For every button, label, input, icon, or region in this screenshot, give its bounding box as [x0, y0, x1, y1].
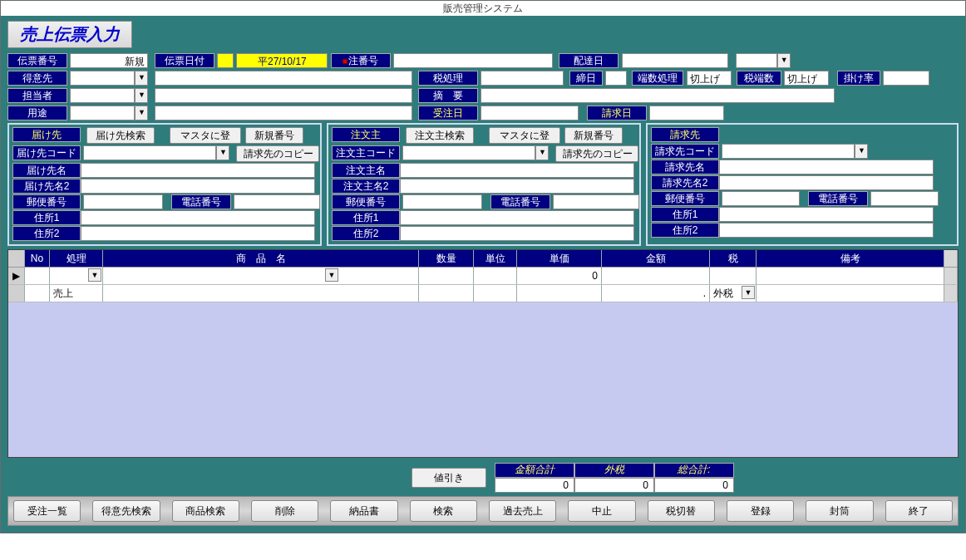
- shipto-code-dd[interactable]: ▼: [216, 145, 229, 160]
- grid-scrollbar[interactable]: [944, 268, 958, 284]
- orderer-code-dd[interactable]: ▼: [535, 145, 549, 160]
- tax-toggle-button[interactable]: 税切替: [648, 500, 715, 522]
- customer-dd[interactable]: ▼: [135, 71, 148, 86]
- shipto-phone-input[interactable]: [234, 194, 320, 209]
- col-header-unit: 単位: [474, 250, 517, 267]
- orderer-addr1-input[interactable]: [400, 210, 634, 225]
- delivery-note-button[interactable]: 納品書: [330, 500, 397, 522]
- cell-note-b[interactable]: [757, 285, 944, 302]
- shipto-copy-button[interactable]: 請求先のコピー: [236, 145, 319, 162]
- billto-addr1-label: 住所1: [651, 207, 719, 222]
- cell-price-b[interactable]: [517, 285, 602, 302]
- past-sales-button[interactable]: 過去売上: [489, 500, 556, 522]
- cell-tax-b[interactable]: 外税▼: [710, 285, 757, 302]
- slip-date-label: 伝票日付: [155, 53, 214, 68]
- orderer-name2-input[interactable]: [400, 179, 634, 194]
- customer-name[interactable]: [155, 71, 412, 86]
- cell-no[interactable]: [25, 268, 50, 284]
- grid-row[interactable]: 売上 . 外税▼: [8, 285, 958, 302]
- grid-scrollbar[interactable]: [944, 285, 958, 302]
- shipto-register-button[interactable]: マスタに登録: [170, 127, 241, 144]
- orderer-code-input[interactable]: [402, 145, 535, 160]
- discount-button[interactable]: 値引き: [412, 468, 486, 488]
- date-picker-icon[interactable]: [217, 53, 234, 68]
- billto-addr2-input[interactable]: [719, 223, 934, 238]
- customer-code[interactable]: [70, 71, 135, 86]
- billto-code-input[interactable]: [722, 144, 855, 159]
- staff-dd[interactable]: ▼: [135, 88, 148, 103]
- billto-name-input[interactable]: [719, 160, 934, 174]
- cell-qty[interactable]: [419, 268, 474, 284]
- cell-name-b[interactable]: [103, 285, 419, 302]
- summary-value[interactable]: [481, 88, 835, 103]
- order-list-button[interactable]: 受注一覧: [13, 500, 81, 522]
- cell-proc-code[interactable]: 0▼: [50, 268, 103, 284]
- shipto-name-input[interactable]: [81, 163, 315, 178]
- envelope-button[interactable]: 封筒: [806, 500, 873, 522]
- order-no-value[interactable]: [393, 53, 553, 68]
- billto-addr1-input[interactable]: [719, 207, 934, 222]
- name-dd-icon[interactable]: ▼: [325, 268, 338, 282]
- cell-unit-b[interactable]: [474, 285, 517, 302]
- shipto-addr2-input[interactable]: [81, 226, 315, 241]
- cell-amount-b[interactable]: .: [602, 285, 710, 302]
- cell-name[interactable]: ▼: [103, 268, 419, 284]
- search-button[interactable]: 検索: [410, 500, 477, 522]
- cell-amount[interactable]: [602, 268, 710, 284]
- billto-phone-input[interactable]: [870, 191, 939, 206]
- order-date-value[interactable]: [481, 106, 579, 120]
- tax-dd-icon[interactable]: ▼: [742, 286, 755, 299]
- col-header-name: 商 品 名: [103, 250, 419, 267]
- orderer-addr2-input[interactable]: [400, 226, 634, 241]
- col-header-no: No: [25, 250, 50, 267]
- cell-qty-b[interactable]: [419, 285, 474, 302]
- shipto-addr1-input[interactable]: [81, 210, 315, 225]
- shipto-code-input[interactable]: [83, 145, 216, 160]
- orderer-name-input[interactable]: [400, 163, 634, 178]
- cell-unit[interactable]: [474, 268, 517, 284]
- cell-note[interactable]: [757, 268, 944, 284]
- slip-no-value[interactable]: 新規: [70, 53, 148, 68]
- slip-date-value[interactable]: 平27/10/17: [236, 53, 328, 68]
- orderer-search-button[interactable]: 注文主検索: [406, 127, 474, 144]
- usage-code[interactable]: [70, 106, 135, 120]
- delivery-extra[interactable]: [736, 53, 777, 68]
- cell-no-b[interactable]: [25, 285, 50, 302]
- shipto-name2-input[interactable]: [81, 179, 315, 194]
- proc-dd-icon[interactable]: ▼: [88, 268, 101, 282]
- exit-button[interactable]: 終了: [885, 500, 953, 522]
- product-search-button[interactable]: 商品検索: [172, 500, 239, 522]
- billto-name2-input[interactable]: [719, 175, 934, 190]
- delivery-date-value[interactable]: [622, 53, 728, 68]
- cell-proc[interactable]: 売上: [50, 285, 103, 302]
- orderer-copy-button[interactable]: 請求先のコピー: [555, 145, 638, 162]
- row-marker: [8, 285, 25, 302]
- shipto-postal-input[interactable]: [83, 194, 163, 209]
- billto-postal-input[interactable]: [722, 191, 800, 206]
- row-marker-icon: ▶: [8, 268, 25, 284]
- usage-dd[interactable]: ▼: [135, 106, 148, 120]
- bill-date-label: 請求日: [587, 106, 647, 120]
- staff-code[interactable]: [70, 88, 135, 103]
- orderer-name2-label: 注文主名2: [332, 179, 400, 194]
- register-button[interactable]: 登録: [727, 500, 794, 522]
- orderer-register-button[interactable]: マスタに登録: [489, 127, 560, 144]
- orderer-code-label: 注文主コード: [332, 145, 400, 160]
- delete-button[interactable]: 削除: [251, 500, 318, 522]
- shipto-new-button[interactable]: 新規番号: [245, 127, 303, 144]
- billto-code-dd[interactable]: ▼: [855, 144, 868, 159]
- orderer-new-button[interactable]: 新規番号: [564, 127, 623, 144]
- orderer-postal-input[interactable]: [402, 194, 482, 209]
- line-items-grid[interactable]: No 処理 商 品 名 数量 単位 単価 金額 税 備考 ▶ 0▼ ▼: [7, 249, 959, 458]
- cell-tax[interactable]: [710, 268, 757, 284]
- shipto-search-button[interactable]: 届け先検索: [86, 127, 155, 144]
- delivery-extra-dd[interactable]: ▼: [777, 53, 791, 68]
- cancel-button[interactable]: 中止: [568, 500, 635, 522]
- customer-search-button[interactable]: 得意先検索: [92, 500, 160, 522]
- billto-name2-label: 請求先名2: [651, 175, 719, 190]
- grid-row[interactable]: ▶ 0▼ ▼ 0: [8, 268, 958, 285]
- cell-price[interactable]: 0: [517, 268, 602, 284]
- order-date-label: 受注日: [418, 106, 478, 120]
- bill-date-value[interactable]: [649, 106, 724, 120]
- orderer-phone-input[interactable]: [553, 194, 639, 209]
